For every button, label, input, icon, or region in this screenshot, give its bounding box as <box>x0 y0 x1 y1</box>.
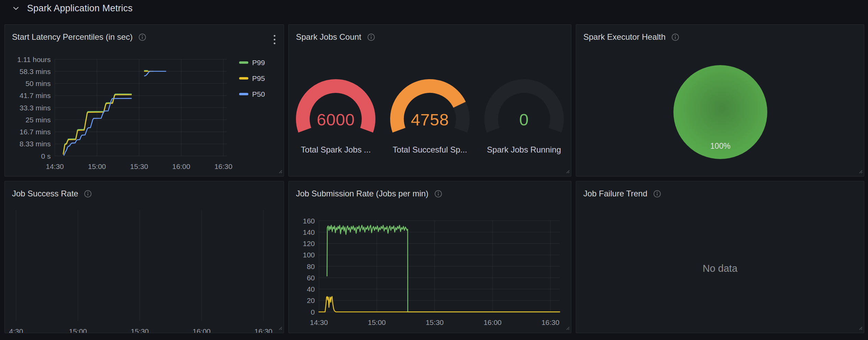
svg-text:15:00: 15:00 <box>88 162 106 170</box>
legend-swatch-p95 <box>239 77 248 80</box>
svg-text:20: 20 <box>307 296 315 304</box>
info-icon[interactable] <box>653 190 661 198</box>
no-data-message: No data <box>576 263 864 274</box>
gauge-value: 6000 <box>289 110 383 129</box>
svg-text:50 mins: 50 mins <box>25 80 51 87</box>
dashboard-row-header[interactable]: Spark Application Metrics <box>13 3 133 14</box>
svg-text:160: 160 <box>303 217 315 225</box>
panel-title[interactable]: Start Latency Percentiles (in sec) <box>12 32 133 42</box>
legend-item-p99[interactable]: P99 <box>239 59 265 66</box>
svg-text:16:30: 16:30 <box>255 327 273 333</box>
executor-health-pie[interactable]: 100% <box>673 65 767 159</box>
pie-slice-label: 100% <box>673 142 767 151</box>
svg-text:15:00: 15:00 <box>368 318 386 326</box>
info-icon[interactable] <box>84 190 92 198</box>
panel-job-success-rate: Job Success Rate 4:3015:0015:3016:0016:3… <box>4 181 284 333</box>
gauge-total-spark-jobs: 6000 Total Spark Jobs ... <box>289 74 383 155</box>
panel-menu-kebab-icon[interactable] <box>272 34 277 46</box>
panel-header: Job Submission Rate (Jobs per min) <box>289 181 571 206</box>
svg-text:0: 0 <box>311 308 315 316</box>
gauge-label: Total Spark Jobs ... <box>301 145 371 155</box>
resize-handle[interactable] <box>857 168 863 175</box>
svg-text:120: 120 <box>303 240 315 247</box>
panel-header: Start Latency Percentiles (in sec) <box>5 25 284 49</box>
svg-text:15:00: 15:00 <box>69 327 87 333</box>
svg-text:15:30: 15:30 <box>426 318 444 326</box>
svg-text:33.3 mins: 33.3 mins <box>20 104 51 112</box>
chevron-down-icon[interactable] <box>13 7 19 10</box>
svg-text:58.3 mins: 58.3 mins <box>20 68 51 75</box>
info-icon[interactable] <box>671 33 679 41</box>
panel-title[interactable]: Job Failure Trend <box>583 189 647 198</box>
svg-text:14:30: 14:30 <box>46 162 64 170</box>
legend-item-p95[interactable]: P95 <box>239 75 265 82</box>
panel-job-failure-trend: Job Failure Trend No data <box>576 181 864 333</box>
gauge-spark-jobs-running: 0 Spark Jobs Running <box>477 74 571 155</box>
panel-job-submission-rate: Job Submission Rate (Jobs per min) 02040… <box>288 181 571 333</box>
gauge-value: 4758 <box>383 110 477 129</box>
gauge-label: Spark Jobs Running <box>487 145 561 155</box>
gauge-total-successful-jobs: 4758 Total Succesful Sp... <box>383 74 477 155</box>
resize-handle[interactable] <box>277 325 283 332</box>
svg-text:15:30: 15:30 <box>130 162 148 170</box>
panel-title[interactable]: Spark Jobs Count <box>296 32 361 42</box>
svg-text:100: 100 <box>303 251 315 259</box>
svg-text:4:30: 4:30 <box>9 327 23 333</box>
info-icon[interactable] <box>138 33 146 41</box>
resize-handle[interactable] <box>277 168 283 175</box>
svg-text:80: 80 <box>307 263 315 270</box>
panel-title[interactable]: Spark Executor Health <box>583 32 666 42</box>
info-icon[interactable] <box>367 33 375 41</box>
svg-text:41.7 mins: 41.7 mins <box>20 92 51 99</box>
svg-text:14:30: 14:30 <box>310 318 328 326</box>
svg-text:8.33 mins: 8.33 mins <box>20 140 51 148</box>
legend-swatch-p50 <box>239 93 248 95</box>
svg-text:1.11 hours: 1.11 hours <box>17 56 51 63</box>
resize-handle[interactable] <box>565 325 570 332</box>
svg-text:140: 140 <box>303 228 315 236</box>
row-title: Spark Application Metrics <box>27 3 133 14</box>
panel-start-latency-percentiles: Start Latency Percentiles (in sec) 0 s8.… <box>4 24 284 177</box>
gauge-group: 6000 Total Spark Jobs ... 4758 Total Suc… <box>289 74 571 155</box>
svg-text:60: 60 <box>307 274 315 282</box>
svg-text:16:30: 16:30 <box>214 162 233 170</box>
panel-header: Job Failure Trend <box>576 181 864 206</box>
resize-handle[interactable] <box>565 168 570 175</box>
svg-text:16:00: 16:00 <box>484 318 502 326</box>
panel-header: Spark Executor Health <box>576 25 864 49</box>
svg-text:16.7 mins: 16.7 mins <box>20 128 51 136</box>
svg-text:40: 40 <box>307 285 315 293</box>
panel-spark-executor-health: Spark Executor Health 100% <box>576 24 864 177</box>
legend-item-p50[interactable]: P50 <box>239 90 265 98</box>
svg-text:16:30: 16:30 <box>542 318 560 326</box>
svg-text:16:00: 16:00 <box>172 162 190 170</box>
grafana-dashboard: Spark Application Metrics Start Latency … <box>0 0 868 340</box>
chart-legend: P99 P95 P50 <box>239 59 265 98</box>
panel-header: Job Success Rate <box>5 181 284 206</box>
svg-text:16:00: 16:00 <box>193 327 211 333</box>
panel-spark-jobs-count: Spark Jobs Count 6000 Total Spark Jobs .… <box>288 24 571 177</box>
svg-text:0 s: 0 s <box>41 152 51 160</box>
panel-title[interactable]: Job Success Rate <box>12 189 78 198</box>
svg-text:15:30: 15:30 <box>131 327 149 333</box>
panel-title[interactable]: Job Submission Rate (Jobs per min) <box>296 189 429 198</box>
gauge-label: Total Succesful Sp... <box>393 145 467 155</box>
resize-handle[interactable] <box>857 325 863 332</box>
svg-text:25 mins: 25 mins <box>25 116 51 124</box>
info-icon[interactable] <box>434 190 442 198</box>
gauge-value: 0 <box>477 110 571 129</box>
legend-swatch-p99 <box>239 61 248 64</box>
panel-header: Spark Jobs Count <box>289 25 571 49</box>
